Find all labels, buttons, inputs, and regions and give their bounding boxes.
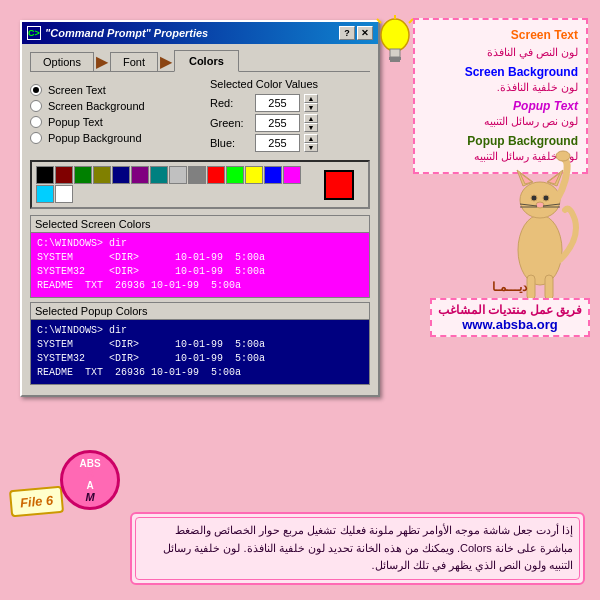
screen-colors-section: Selected Screen Colors C:\WINDOWS> dir S…: [30, 215, 370, 298]
info-popup-text-label: Popup Text: [513, 99, 578, 113]
title-bar: C> "Command Prompt" Properties ? ✕: [22, 22, 378, 44]
radio-popup-bg[interactable]: Popup Background: [30, 132, 202, 144]
absba-logo: ABS B A M: [60, 450, 120, 510]
red-label: Red:: [210, 97, 252, 109]
radio-section: Screen Text Screen Background Popup Text…: [30, 84, 202, 148]
tab-arrow-icon: ▶: [94, 52, 110, 71]
dialog-window: C> "Command Prompt" Properties ? ✕ Optio…: [20, 20, 380, 397]
color-values-title: Selected Color Values: [210, 78, 370, 90]
popup-colors-title: Selected Popup Colors: [31, 303, 369, 320]
dialog-content: Options ▶ Font ▶ Colors Screen Text Sc: [22, 44, 378, 395]
popup-line-1: C:\WINDOWS> dir: [37, 324, 363, 338]
red-down-btn[interactable]: ▼: [304, 103, 318, 112]
green-up-btn[interactable]: ▲: [304, 114, 318, 123]
tab-arrow2-icon: ▶: [158, 52, 174, 71]
blue-label: Blue:: [210, 137, 252, 149]
green-label: Green:: [210, 117, 252, 129]
radio-screen-bg-input[interactable]: [30, 100, 42, 112]
green-input[interactable]: 255: [255, 114, 300, 132]
close-button[interactable]: ✕: [357, 26, 373, 40]
blue-spinner[interactable]: ▲ ▼: [304, 134, 318, 152]
description-text: إذا أردت جعل شاشة موجه الأوامر تظهر ملون…: [163, 524, 573, 571]
absba-url: www.absba.org: [438, 317, 582, 332]
bulb-icon: [375, 15, 415, 78]
green-down-btn[interactable]: ▼: [304, 123, 318, 132]
info-screen-bg-label: Screen Background: [465, 65, 578, 79]
svg-point-14: [543, 195, 549, 201]
swatch-teal[interactable]: [150, 166, 168, 184]
svg-point-13: [531, 195, 537, 201]
screen-line-4: README TXT 26936 10-01-99 5:00a: [37, 279, 363, 293]
file-tag: File 6: [9, 486, 64, 518]
screen-line-1: C:\WINDOWS> dir: [37, 237, 363, 251]
info-screen-text-label: Screen Text: [511, 28, 578, 42]
absba-dashed-box: فريق عمل منتديات المشاغب www.absba.org: [430, 298, 590, 337]
green-spinner[interactable]: ▲ ▼: [304, 114, 318, 132]
popup-line-4: README TXT 26936 10-01-99 5:00a: [37, 366, 363, 380]
swatch-blue[interactable]: [264, 166, 282, 184]
title-bar-left: C> "Command Prompt" Properties: [27, 26, 208, 40]
absba-area: ديـــمـا فريق عمل منتديات المشاغب www.ab…: [430, 280, 590, 337]
window-title: "Command Prompt" Properties: [45, 27, 208, 39]
red-spinner[interactable]: ▲ ▼: [304, 94, 318, 112]
radio-popup-text-label: Popup Text: [48, 116, 103, 128]
svg-rect-2: [389, 57, 401, 60]
screen-colors-title: Selected Screen Colors: [31, 216, 369, 233]
svg-point-18: [556, 151, 570, 161]
svg-point-0: [381, 19, 409, 51]
screen-line-2: SYSTEM <DIR> 10-01-99 5:00a: [37, 251, 363, 265]
radio-screen-bg-label: Screen Background: [48, 100, 145, 112]
radio-screen-text-input[interactable]: [30, 84, 42, 96]
red-input[interactable]: 255: [255, 94, 300, 112]
swatch-red[interactable]: [207, 166, 225, 184]
radio-popup-bg-label: Popup Background: [48, 132, 142, 144]
radio-popup-text-input[interactable]: [30, 116, 42, 128]
tab-font[interactable]: Font: [110, 52, 158, 71]
swatch-silver[interactable]: [169, 166, 187, 184]
description-box: إذا أردت جعل شاشة موجه الأوامر تظهر ملون…: [130, 512, 585, 585]
absba-team-label: فريق عمل منتديات المشاغب: [438, 303, 582, 317]
radio-popup-bg-input[interactable]: [30, 132, 42, 144]
swatch-fuchsia[interactable]: [283, 166, 301, 184]
svg-point-7: [518, 215, 562, 285]
radio-screen-text-label: Screen Text: [48, 84, 106, 96]
screen-line-3: SYSTEM32 <DIR> 10-01-99 5:00a: [37, 265, 363, 279]
swatch-olive[interactable]: [93, 166, 111, 184]
popup-colors-display: C:\WINDOWS> dir SYSTEM <DIR> 10-01-99 5:…: [31, 320, 369, 384]
absba-sub-label: ديـــمـا: [430, 280, 590, 294]
svg-rect-1: [390, 49, 400, 57]
swatch-maroon[interactable]: [55, 166, 73, 184]
selected-color-preview: [324, 170, 354, 200]
blue-up-btn[interactable]: ▲: [304, 134, 318, 143]
tab-colors[interactable]: Colors: [174, 50, 239, 72]
radio-screen-bg[interactable]: Screen Background: [30, 100, 202, 112]
swatch-navy[interactable]: [112, 166, 130, 184]
red-up-btn[interactable]: ▲: [304, 94, 318, 103]
color-values-section: Selected Color Values Red: 255 ▲ ▼ Green…: [210, 78, 370, 154]
blue-down-btn[interactable]: ▼: [304, 143, 318, 152]
color-palette: [30, 160, 370, 209]
svg-rect-3: [390, 60, 400, 62]
screen-colors-display: C:\WINDOWS> dir SYSTEM <DIR> 10-01-99 5:…: [31, 233, 369, 297]
radio-screen-text[interactable]: Screen Text: [30, 84, 202, 96]
swatch-yellow[interactable]: [245, 166, 263, 184]
swatch-white[interactable]: [55, 185, 73, 203]
radio-popup-text[interactable]: Popup Text: [30, 116, 202, 128]
blue-input[interactable]: 255: [255, 134, 300, 152]
window-icon: C>: [27, 26, 41, 40]
help-button[interactable]: ?: [339, 26, 355, 40]
popup-line-3: SYSTEM32 <DIR> 10-01-99 5:00a: [37, 352, 363, 366]
svg-point-15: [536, 202, 544, 208]
swatch-lime[interactable]: [226, 166, 244, 184]
swatch-gray[interactable]: [188, 166, 206, 184]
tab-options[interactable]: Options: [30, 52, 94, 71]
swatch-cyan[interactable]: [36, 185, 54, 203]
popup-colors-section: Selected Popup Colors C:\WINDOWS> dir SY…: [30, 302, 370, 385]
svg-line-4: [377, 19, 381, 23]
info-screen-text-desc: لون النص في النافذة: [423, 44, 578, 61]
info-screen-bg-desc: لون خلفية النافذة.: [423, 79, 578, 96]
swatch-green[interactable]: [74, 166, 92, 184]
swatch-black[interactable]: [36, 166, 54, 184]
swatch-purple[interactable]: [131, 166, 149, 184]
popup-line-2: SYSTEM <DIR> 10-01-99 5:00a: [37, 338, 363, 352]
